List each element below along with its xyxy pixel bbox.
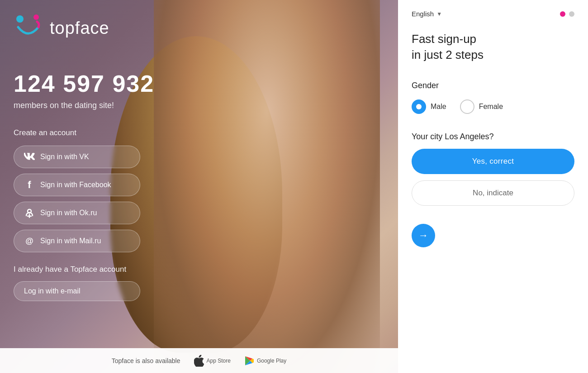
create-account-label: Create an account <box>14 128 384 137</box>
login-email-button[interactable]: Log in with e-mail <box>14 281 140 301</box>
app-store-icon[interactable]: App Store <box>194 355 231 367</box>
city-label: Your city Los Angeles? <box>412 132 574 142</box>
google-play-icon[interactable]: Google Play <box>244 356 286 366</box>
svg-point-0 <box>16 15 24 23</box>
signin-okru-label: Sign in with Ok.ru <box>40 209 97 217</box>
top-bar: English ▼ <box>412 0 574 31</box>
signin-facebook-label: Sign in with Facebook <box>40 181 111 189</box>
gender-female-option[interactable]: Female <box>460 99 503 114</box>
language-selector[interactable]: English ▼ <box>412 10 442 18</box>
okru-icon <box>24 208 35 218</box>
step-indicators <box>560 11 574 17</box>
logo-text: topface <box>50 19 109 38</box>
signin-okru-button[interactable]: Sign in with Ok.ru <box>14 202 140 224</box>
mailru-icon: @ <box>24 236 35 246</box>
signin-mailru-label: Sign in with Mail.ru <box>40 237 101 245</box>
next-arrow-button[interactable]: → <box>412 224 435 247</box>
bottom-bar: Topface is also available App Store Goog… <box>0 348 398 373</box>
signin-facebook-button[interactable]: f Sign in with Facebook <box>14 174 140 196</box>
member-count: 124 597 932 <box>14 70 384 97</box>
app-store-label: App Store <box>207 358 231 364</box>
yes-correct-button[interactable]: Yes, correct <box>412 149 574 174</box>
left-content: topface 124 597 932 members on the datin… <box>0 0 398 320</box>
female-label: Female <box>479 103 503 111</box>
female-radio[interactable] <box>460 99 474 114</box>
step-indicator-inactive <box>569 11 574 17</box>
male-label: Male <box>431 103 446 111</box>
language-text: English <box>412 10 434 18</box>
svg-point-1 <box>33 14 39 20</box>
left-panel: topface 124 597 932 members on the datin… <box>0 0 398 373</box>
right-panel: English ▼ Fast sign-up in just 2 steps G… <box>398 0 588 373</box>
bottom-bar-text: Topface is also available <box>112 357 180 364</box>
chevron-down-icon: ▼ <box>436 11 442 17</box>
gender-male-option[interactable]: Male <box>412 99 446 114</box>
google-play-label: Google Play <box>257 358 286 364</box>
signup-title-line2: in just 2 steps <box>412 48 484 61</box>
signup-title-line1: Fast sign-up <box>412 32 476 46</box>
member-subtitle: members on the dating site! <box>14 101 384 110</box>
step-indicator-active <box>560 11 565 17</box>
already-have-label: I already have a Topface account <box>14 265 384 274</box>
facebook-icon: f <box>24 179 35 190</box>
signup-title: Fast sign-up in just 2 steps <box>412 31 574 63</box>
no-indicate-button[interactable]: No, indicate <box>412 180 574 206</box>
signin-vk-label: Sign in with VK <box>40 153 89 161</box>
signin-vk-button[interactable]: Sign in with VK <box>14 146 140 168</box>
male-radio[interactable] <box>412 99 426 114</box>
arrow-icon: → <box>418 230 428 241</box>
logo-area: topface <box>14 14 384 43</box>
login-email-label: Log in with e-mail <box>24 287 81 295</box>
gender-options: Male Female <box>412 99 574 114</box>
topface-logo-icon <box>14 14 43 43</box>
vk-icon <box>24 151 35 162</box>
signin-mailru-button[interactable]: @ Sign in with Mail.ru <box>14 230 140 252</box>
gender-label: Gender <box>412 81 574 90</box>
male-radio-inner <box>416 104 422 109</box>
